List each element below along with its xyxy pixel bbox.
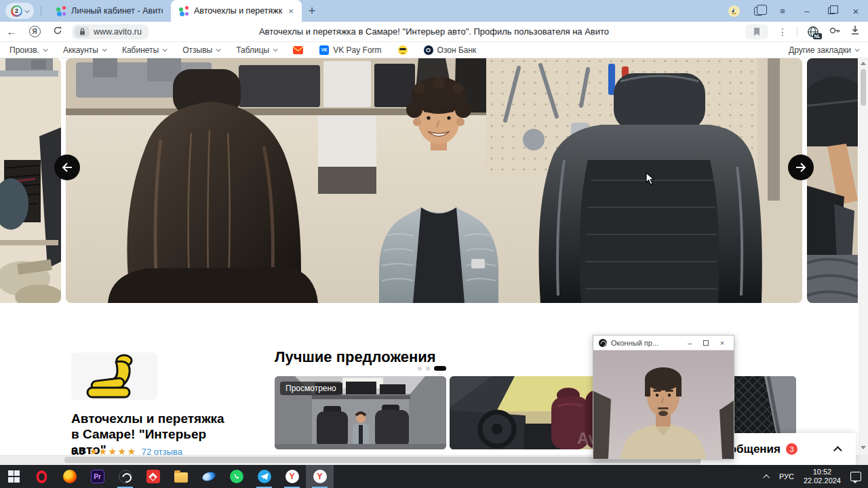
carousel-dot[interactable] — [426, 367, 430, 371]
time: 10:52 — [813, 468, 832, 476]
lock-icon[interactable] — [75, 26, 90, 37]
red-diamond-app-icon[interactable] — [139, 465, 167, 488]
obs-window-title: Оконный пр... — [611, 339, 679, 347]
notification-icon[interactable] — [850, 472, 861, 481]
back-icon[interactable]: ← — [0, 26, 23, 37]
tabs-panel-icon[interactable] — [746, 0, 770, 22]
tab-personal-cabinet[interactable]: Личный кабинет - Авито — [48, 0, 171, 22]
yandex-browser-active-icon[interactable]: Y — [306, 465, 334, 488]
chevron-down-icon — [855, 47, 860, 52]
mouse-cursor — [646, 172, 656, 188]
language-indicator[interactable]: РУС — [779, 472, 794, 481]
restore-icon[interactable] — [819, 0, 844, 22]
ozon-bank-icon: O — [424, 45, 433, 55]
yandex-mail-icon — [293, 46, 303, 54]
close-icon[interactable]: × — [716, 339, 728, 347]
bookmark-folder[interactable]: Аккаунты — [63, 45, 106, 55]
screen: 2 Личный кабинет - Авито Авточехлы и пер… — [0, 0, 868, 488]
scrollbar-corner — [859, 455, 868, 465]
date: 22.02.2024 — [804, 476, 841, 485]
chevron-up-icon[interactable] — [833, 446, 842, 455]
tab-profile-active[interactable]: Авточехлы и перетяжк × — [171, 0, 302, 22]
vertical-scrollbar[interactable] — [859, 58, 868, 455]
blue-swirl-app-icon[interactable] — [195, 465, 222, 488]
file-explorer-icon[interactable] — [167, 465, 195, 488]
bookmark-folder[interactable]: Кабинеты — [122, 45, 166, 55]
avito-favicon — [56, 6, 66, 16]
reload-icon[interactable] — [46, 26, 69, 37]
download-icon[interactable] — [850, 25, 860, 38]
carousel-prev-button[interactable] — [54, 155, 80, 180]
close-icon[interactable]: × — [844, 0, 868, 22]
hero-image[interactable] — [66, 58, 802, 303]
obs-projector-window[interactable]: Оконный пр... – × — [593, 335, 734, 460]
translator-extension-icon[interactable]: NL — [807, 26, 819, 38]
carousel-dot[interactable] — [418, 367, 422, 371]
obs-studio-icon — [599, 339, 607, 347]
divider — [797, 26, 797, 37]
tab-group-counter[interactable]: 2 — [5, 3, 34, 19]
yellow-seat-logo-icon — [81, 354, 149, 399]
hero-next-image[interactable] — [807, 58, 858, 303]
carousel-dots[interactable] — [418, 366, 446, 371]
windows-start-icon[interactable] — [0, 465, 28, 488]
close-tab-icon[interactable]: × — [288, 6, 294, 16]
minimize-icon[interactable]: – — [684, 339, 696, 347]
carousel-next-button[interactable] — [788, 155, 814, 180]
hero-previous-image[interactable] — [0, 58, 61, 303]
cool-emoji-icon — [398, 45, 408, 55]
premiere-pro-icon[interactable]: Pr — [83, 465, 111, 488]
bookmark-flag-icon[interactable] — [745, 24, 768, 39]
maximize-icon[interactable] — [700, 339, 712, 347]
bookmark-vk-pay-form[interactable]: VK VK Pay Form — [319, 45, 381, 55]
password-extension-icon[interactable] — [829, 25, 841, 39]
telegram-icon[interactable] — [250, 465, 278, 488]
bookmark-ozon-bank[interactable]: O Озон Банк — [424, 45, 477, 55]
avito-favicon — [179, 6, 189, 16]
page-content: Авточехлы и перетяжка в Самаре! "Интерье… — [0, 58, 868, 465]
chevron-down-icon — [273, 47, 278, 52]
carousel-dot-active[interactable] — [434, 366, 446, 371]
url-field[interactable]: www.avito.ru — [72, 24, 149, 39]
minimize-icon[interactable]: – — [795, 0, 819, 22]
scrollbar-thumb[interactable] — [861, 69, 866, 106]
vk-icon: VK — [319, 45, 329, 55]
tab-group-icon: 2 — [11, 5, 22, 17]
bookmark-folder[interactable]: Отзывы — [182, 45, 220, 55]
clock[interactable]: 10:52 22.02.2024 — [804, 468, 841, 485]
menu-icon[interactable]: ≡ — [770, 0, 795, 22]
tray-chevron-icon[interactable] — [763, 474, 770, 481]
tab-title: Авточехлы и перетяжк — [194, 6, 282, 16]
obs-titlebar[interactable]: Оконный пр... – × — [593, 336, 734, 350]
bookmarks-bar: Произв. Аккаунты Кабинеты Отзывы Таблицы… — [0, 42, 868, 58]
sailboat-icon[interactable] — [722, 0, 746, 22]
tab-title: Личный кабинет - Авито — [71, 6, 163, 16]
bookmark-emoji[interactable] — [398, 45, 408, 55]
address-bar: ← Я www.avito.ru Авточехлы и перетяжка в… — [0, 22, 868, 42]
divider — [41, 5, 41, 16]
browser-titlebar: 2 Личный кабинет - Авито Авточехлы и пер… — [0, 0, 868, 22]
obs-studio-icon[interactable] — [111, 465, 139, 488]
chevron-down-icon — [163, 47, 167, 52]
scroll-down-arrow[interactable] — [861, 446, 866, 449]
taskbar: Pr Y Y РУС 10:52 22.02.2024 — [0, 465, 868, 488]
new-tab-button[interactable]: + — [309, 4, 316, 18]
bookmark-folder[interactable]: Таблицы — [236, 45, 277, 55]
bookmark-folder[interactable]: Произв. — [9, 45, 47, 55]
kebab-menu-icon[interactable]: ⋮ — [778, 26, 787, 37]
other-bookmarks[interactable]: Другие закладки — [789, 45, 859, 55]
whatsapp-icon[interactable] — [222, 465, 250, 488]
offer-card-1[interactable]: Просмотрено — [275, 376, 446, 449]
url-text: www.avito.ru — [94, 27, 142, 37]
chevron-down-icon — [216, 47, 221, 52]
firefox-icon[interactable] — [56, 465, 83, 488]
scroll-up-arrow[interactable] — [861, 62, 866, 65]
chevron-down-icon — [102, 47, 107, 52]
yandex-browser-icon[interactable]: Y — [278, 465, 306, 488]
opera-icon[interactable] — [28, 465, 56, 488]
viewed-badge: Просмотрено — [280, 382, 342, 395]
bookmark-yandex-mail[interactable] — [293, 46, 303, 54]
chevron-down-icon — [25, 8, 30, 13]
yandex-icon[interactable]: Я — [23, 26, 46, 37]
profile-logo — [71, 352, 157, 400]
